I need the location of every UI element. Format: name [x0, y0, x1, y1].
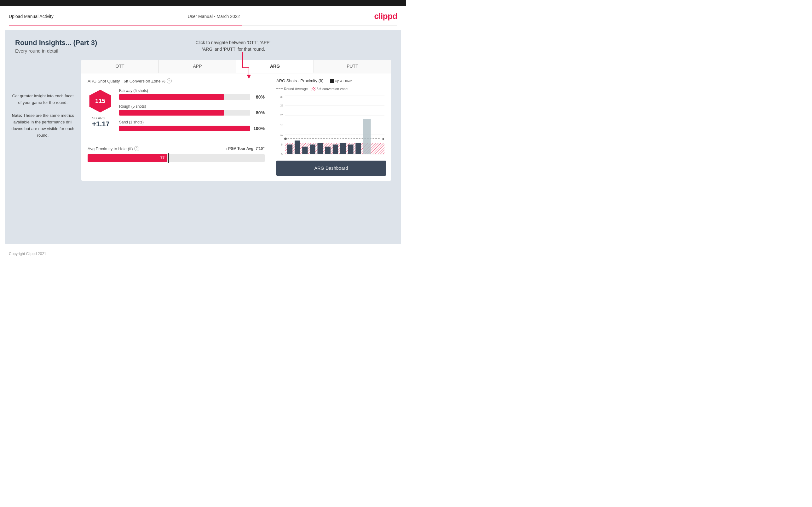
proximity-help-icon[interactable]: ?: [134, 146, 139, 151]
svg-text:5: 5: [281, 143, 283, 146]
chart-svg: 0 5 10 15 20 25 30: [276, 94, 386, 157]
svg-rect-30: [340, 143, 346, 154]
proximity-title: Avg Proximity to Hole (ft) ?: [88, 146, 139, 151]
clippd-logo: clippd: [374, 11, 397, 21]
svg-marker-0: [247, 75, 251, 79]
proximity-bar: 77': [88, 154, 265, 162]
svg-text:25: 25: [281, 104, 284, 107]
left-description: Get greater insight into each facet of y…: [11, 93, 74, 139]
proximity-section: Avg Proximity to Hole (ft) ? ↑ PGA Tour …: [88, 142, 265, 162]
footer: Copyright Clippd 2021: [0, 248, 406, 260]
left-panel: ARG Shot Quality 6ft Conversion Zone % ?…: [81, 73, 271, 181]
legend-up-down: Up & Down: [330, 79, 353, 83]
svg-rect-29: [333, 145, 338, 154]
shot-item-rough: Rough (5 shots) 80%: [119, 104, 265, 116]
shot-item-fairway: Fairway (5 shots) 80%: [119, 89, 265, 100]
card-body: ARG Shot Quality 6ft Conversion Zone % ?…: [81, 73, 391, 181]
right-panel: ARG Shots - Proximity (ft) Up & Down Rou…: [271, 73, 391, 181]
tab-ott[interactable]: OTT: [81, 60, 159, 73]
nav-arrow: [235, 52, 251, 81]
document-label: User Manual - March 2022: [188, 14, 240, 19]
chart-area: 0 5 10 15 20 25 30: [276, 94, 386, 157]
main-content: Round Insights... (Part 3) Every round i…: [5, 30, 401, 244]
shot-quality-title: ARG Shot Quality: [88, 79, 120, 83]
hex-sg-section: 115 SG ARG +1.17: [88, 89, 113, 128]
svg-text:30: 30: [281, 96, 284, 99]
svg-rect-28: [325, 147, 331, 154]
header-divider: [9, 25, 397, 26]
proximity-value: 77': [160, 156, 165, 160]
legend-round-avg: Round Average: [276, 87, 308, 91]
svg-text:0: 0: [281, 153, 283, 156]
copyright-text: Copyright Clippd 2021: [9, 251, 46, 256]
svg-text:115: 115: [95, 98, 105, 104]
svg-rect-25: [302, 147, 308, 154]
svg-rect-27: [318, 143, 323, 154]
svg-text:8: 8: [382, 137, 384, 140]
tab-putt[interactable]: PUTT: [314, 60, 391, 73]
svg-rect-24: [295, 140, 300, 154]
chart-header: ARG Shots - Proximity (ft) Up & Down Rou…: [276, 78, 386, 91]
left-panel-content: 115 SG ARG +1.17 Fairway (5 shots): [88, 89, 265, 136]
tab-app[interactable]: APP: [159, 60, 236, 73]
sg-label: SG ARG: [92, 116, 110, 120]
svg-rect-31: [348, 145, 353, 154]
top-bar: [0, 0, 406, 6]
svg-text:15: 15: [281, 123, 284, 127]
svg-text:10: 10: [281, 133, 284, 136]
sg-value: +1.17: [92, 120, 110, 128]
conversion-label: 6ft Conversion Zone % ?: [124, 78, 172, 83]
svg-rect-32: [355, 143, 361, 154]
proximity-cursor: [168, 153, 169, 163]
shot-quality-list: Fairway (5 shots) 80% Rough (5 shots): [119, 89, 265, 136]
shot-item-sand: Sand (1 shots) 100%: [119, 120, 265, 131]
svg-text:20: 20: [281, 114, 284, 117]
svg-point-21: [284, 137, 287, 140]
navigation-annotation: Click to navigate between 'OTT', 'APP','…: [195, 39, 271, 53]
help-icon[interactable]: ?: [167, 78, 172, 83]
svg-rect-26: [310, 145, 315, 154]
svg-rect-23: [287, 145, 292, 154]
arg-dashboard-button[interactable]: ARG Dashboard: [276, 161, 386, 176]
upload-label: Upload Manual Activity: [9, 14, 54, 19]
hex-badge: 115: [88, 89, 113, 114]
pga-avg: ↑ PGA Tour Avg: 7'10": [225, 147, 265, 151]
chart-title: ARG Shots - Proximity (ft): [276, 78, 323, 83]
header: Upload Manual Activity User Manual - Mar…: [0, 6, 406, 25]
legend-conversion-zone: 6 ft conversion zone: [312, 87, 348, 91]
svg-rect-33: [363, 119, 371, 154]
sg-section: SG ARG +1.17: [92, 116, 110, 128]
